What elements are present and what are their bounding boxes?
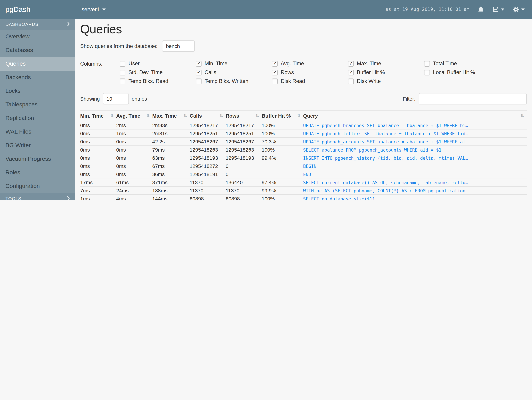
sidebar-item[interactable]: Configuration bbox=[0, 179, 75, 193]
app: pgDash server1 as at 19 Aug 2019, 11:10:… bbox=[0, 0, 532, 200]
query-link[interactable]: BEGIN bbox=[303, 164, 316, 169]
column-checkbox-option[interactable]: ✓ Max. Time bbox=[348, 60, 424, 67]
sidebar-item[interactable]: Vacuum Progress bbox=[0, 152, 75, 166]
checkbox[interactable]: ✓ bbox=[196, 61, 202, 66]
sidebar-item[interactable]: Backends bbox=[0, 71, 75, 84]
cell-avg-time: 0ms bbox=[116, 138, 152, 146]
column-checkbox-option[interactable]: ✓ Rows bbox=[272, 69, 348, 76]
checkbox[interactable]: ✓ bbox=[120, 61, 125, 66]
column-checkbox-option[interactable]: ✓ Calls bbox=[196, 69, 272, 76]
server-selector-label: server1 bbox=[82, 6, 100, 13]
settings-menu-button[interactable] bbox=[512, 6, 525, 13]
sidebar-item-label: Roles bbox=[6, 169, 20, 176]
cell-avg-time: 4ms bbox=[116, 195, 152, 200]
sidebar-item[interactable]: Roles bbox=[0, 166, 75, 179]
query-link[interactable]: SELECT abalance FROM pgbench_accounts WH… bbox=[303, 147, 441, 152]
cell-buffer-hit bbox=[262, 170, 303, 178]
checkbox[interactable]: ✓ bbox=[120, 70, 125, 75]
column-checkbox-option[interactable]: ✓ Disk Read bbox=[272, 78, 348, 84]
checkbox[interactable]: ✓ bbox=[120, 78, 125, 84]
cell-calls: 11370 bbox=[190, 178, 226, 186]
sidebar-item[interactable]: Overview bbox=[0, 30, 75, 44]
column-header-label: Query bbox=[303, 113, 318, 119]
sidebar-item[interactable]: Databases bbox=[0, 44, 75, 57]
cell-query: INSERT INTO pgbench_history (tid, bid, a… bbox=[303, 154, 526, 162]
checkbox[interactable]: ✓ bbox=[348, 70, 354, 75]
column-checkbox-option[interactable]: ✓ Temp Blks. Written bbox=[196, 78, 272, 84]
query-link[interactable]: SELECT current_database() AS db, scheman… bbox=[303, 180, 468, 185]
sidebar-item[interactable]: WAL Files bbox=[0, 125, 75, 139]
column-checkbox-option[interactable]: ✓ Total Time bbox=[424, 60, 500, 67]
checkbox[interactable]: ✓ bbox=[348, 61, 354, 66]
sidebar-item[interactable]: BG Writer bbox=[0, 139, 75, 152]
checkbox[interactable]: ✓ bbox=[272, 61, 278, 66]
gear-icon bbox=[512, 6, 519, 13]
checkbox[interactable]: ✓ bbox=[348, 78, 354, 84]
filter-input[interactable] bbox=[418, 93, 526, 104]
table-header-row: ⇅Min. Time ⇅Avg. Time ⇅Max. Time ⇅Calls … bbox=[80, 111, 526, 121]
brand-logo[interactable]: pgDash bbox=[0, 5, 75, 13]
checkbox[interactable]: ✓ bbox=[196, 78, 202, 84]
page-size-input[interactable] bbox=[103, 93, 129, 104]
column-header-label: Rows bbox=[226, 113, 239, 119]
column-header-min-time[interactable]: ⇅Min. Time bbox=[80, 111, 116, 121]
column-header-query[interactable]: ⇅Query bbox=[303, 111, 526, 121]
cell-buffer-hit: 99.4% bbox=[262, 154, 303, 162]
query-link[interactable]: WITH pc AS (SELECT pubname, COUNT(*) AS … bbox=[303, 188, 468, 193]
sidebar-item[interactable]: Replication bbox=[0, 111, 75, 125]
cell-buffer-hit: 100% bbox=[262, 129, 303, 138]
sort-icon: ⇅ bbox=[297, 114, 300, 118]
column-header-rows[interactable]: ⇅Rows bbox=[226, 111, 262, 121]
cell-rows: 11370 bbox=[226, 186, 262, 195]
column-checkbox-option[interactable]: ✓ Min. Time bbox=[196, 60, 272, 67]
database-input[interactable] bbox=[162, 40, 195, 52]
column-checkbox-option[interactable]: ✓ Local Buffer Hit % bbox=[424, 69, 500, 76]
checkbox-label: Rows bbox=[281, 69, 294, 76]
column-header-max-time[interactable]: ⇅Max. Time bbox=[152, 111, 190, 121]
checkbox[interactable]: ✓ bbox=[424, 61, 430, 66]
column-checkbox-option[interactable]: ✓ Std. Dev. Time bbox=[120, 69, 196, 76]
sidebar-item-label: Queries bbox=[6, 60, 26, 67]
sidebar-section-tools[interactable]: TOOLS bbox=[0, 193, 75, 200]
column-checkbox-option[interactable]: ✓ Disk Write bbox=[348, 78, 424, 84]
query-link[interactable]: UPDATE pgbench_branches SET bbalance = b… bbox=[303, 123, 468, 128]
checkmark-icon: ✓ bbox=[349, 61, 353, 66]
checkbox-label: Disk Read bbox=[281, 78, 305, 84]
checkbox[interactable]: ✓ bbox=[272, 70, 278, 75]
notifications-button[interactable] bbox=[478, 6, 484, 13]
query-link[interactable]: UPDATE pgbench_tellers SET tbalance = tb… bbox=[303, 131, 468, 136]
checkbox[interactable]: ✓ bbox=[424, 70, 430, 75]
checkbox[interactable]: ✓ bbox=[272, 78, 278, 84]
cell-avg-time: 0ms bbox=[116, 154, 152, 162]
query-link[interactable]: SELECT pg_database_size($1) bbox=[303, 197, 375, 200]
sort-icon: ⇅ bbox=[110, 114, 114, 118]
checkbox-label: Std. Dev. Time bbox=[128, 69, 163, 76]
cell-min-time: 0ms bbox=[80, 146, 116, 154]
checkbox-column: ✓ User ✓ Std. Dev. Time ✓ Temp Blks. Rea… bbox=[120, 60, 196, 84]
query-link[interactable]: END bbox=[303, 172, 311, 177]
query-link[interactable]: UPDATE pgbench_accounts SET abalance = a… bbox=[303, 139, 468, 144]
sidebar-item[interactable]: Tablespaces bbox=[0, 98, 75, 111]
snapshot-timestamp: as at 19 Aug 2019, 11:10:01 am bbox=[386, 7, 469, 12]
query-link[interactable]: INSERT INTO pgbench_history (tid, bid, a… bbox=[303, 156, 468, 161]
column-header-label: Avg. Time bbox=[116, 113, 140, 119]
sidebar-item[interactable]: Locks bbox=[0, 84, 75, 98]
column-header-avg-time[interactable]: ⇅Avg. Time bbox=[116, 111, 152, 121]
cell-calls: 1295418263 bbox=[190, 146, 226, 154]
cell-rows: 1295418267 bbox=[226, 138, 262, 146]
column-checkbox-option[interactable]: ✓ User bbox=[120, 60, 196, 67]
column-checkbox-option[interactable]: ✓ Buffer Hit % bbox=[348, 69, 424, 76]
column-header-calls[interactable]: ⇅Calls bbox=[190, 111, 226, 121]
column-checkbox-option[interactable]: ✓ Avg. Time bbox=[272, 60, 348, 67]
charts-menu-button[interactable] bbox=[492, 6, 504, 13]
sidebar-section-dashboards[interactable]: DASHBOARDS bbox=[0, 19, 75, 30]
table-row: 7ms 24ms 188ms 11370 11370 99.9% WITH pc… bbox=[80, 186, 526, 195]
checkbox[interactable]: ✓ bbox=[196, 70, 202, 75]
column-checkbox-option[interactable]: ✓ Temp Blks. Read bbox=[120, 78, 196, 84]
cell-avg-time: 24ms bbox=[116, 186, 152, 195]
cell-query: UPDATE pgbench_branches SET bbalance = b… bbox=[303, 121, 526, 129]
sidebar-item[interactable]: Queries bbox=[0, 57, 75, 71]
server-selector[interactable]: server1 bbox=[82, 6, 106, 13]
checkbox-label: Buffer Hit % bbox=[357, 69, 385, 76]
column-header-buffer-hit[interactable]: ⇅Buffer Hit % bbox=[262, 111, 303, 121]
